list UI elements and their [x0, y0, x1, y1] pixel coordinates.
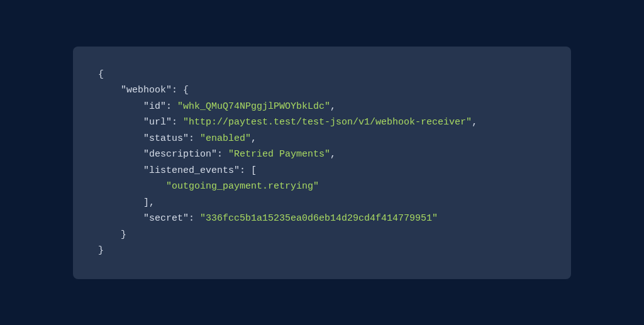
json-code-block: { "webhook": { "id": "whk_QMuQ74NPggjlPW… [73, 47, 571, 279]
code-line: "status": "enabled", [98, 131, 546, 147]
code-token-string: "336fcc5b1a15235ea0d6eb14d29cd4f41477995… [200, 213, 438, 224]
code-token-punct: , [330, 149, 336, 160]
code-token-key: "webhook" [121, 85, 172, 96]
code-token-punct: ], [143, 197, 155, 208]
code-line: "webhook": { [98, 82, 546, 99]
code-token-string: "http://paytest.test/test-json/v1/webhoo… [183, 117, 472, 128]
code-token-punct: : [166, 101, 177, 112]
code-token-punct: : [172, 117, 183, 128]
code-token-punct: : [189, 213, 200, 224]
code-token-string: "enabled" [200, 133, 251, 144]
code-line: "url": "http://paytest.test/test-json/v1… [98, 114, 546, 131]
code-token-punct: : [189, 133, 200, 144]
code-line: } [98, 227, 546, 243]
code-token-key: "listened_events" [143, 165, 240, 176]
code-line: "listened_events": [ [98, 163, 546, 179]
code-token-key: "url" [143, 117, 172, 128]
code-token-punct: { [98, 69, 104, 80]
code-line: "description": "Retried Payments", [98, 146, 546, 163]
code-token-punct: } [98, 245, 104, 256]
code-line: } [98, 243, 546, 259]
code-token-punct: : { [172, 85, 189, 96]
code-token-key: "status" [143, 133, 189, 144]
code-token-key: "id" [143, 101, 166, 112]
code-line: "outgoing_payment.retrying" [98, 179, 546, 195]
code-line: ], [98, 195, 546, 211]
code-token-string: "Retried Payments" [228, 149, 330, 160]
code-token-punct: , [251, 133, 257, 144]
code-line: { [98, 67, 546, 83]
code-line: "id": "whk_QMuQ74NPggjlPWOYbkLdc", [98, 99, 546, 115]
code-token-punct: : [217, 149, 228, 160]
code-token-punct: } [121, 229, 126, 240]
code-token-key: "secret" [143, 213, 189, 224]
code-token-punct: , [472, 117, 477, 128]
code-token-string: "outgoing_payment.retrying" [166, 181, 319, 192]
code-token-key: "description" [143, 149, 217, 160]
code-token-punct: , [330, 101, 336, 112]
code-token-punct: : [ [240, 165, 257, 176]
code-token-string: "whk_QMuQ74NPggjlPWOYbkLdc" [177, 101, 330, 112]
code-line: "secret": "336fcc5b1a15235ea0d6eb14d29cd… [98, 211, 546, 227]
